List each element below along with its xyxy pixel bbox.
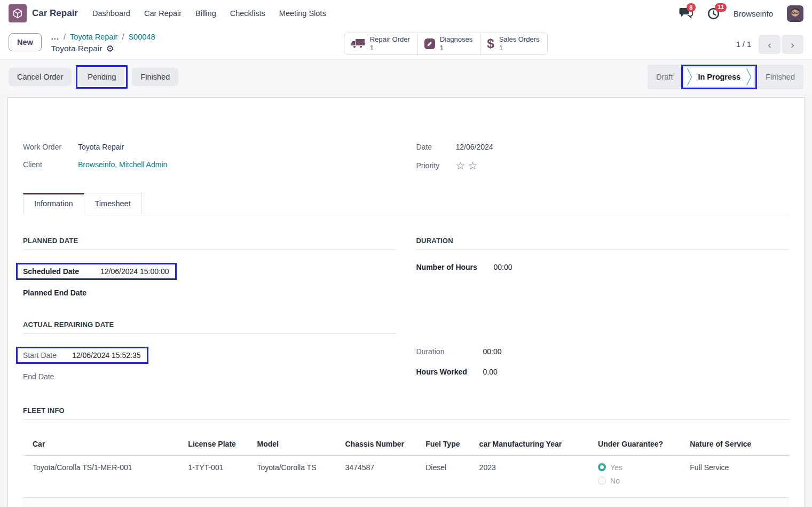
statusbar: Draft In Progress Finished <box>648 65 803 89</box>
breadcrumb-separator: / <box>122 33 124 41</box>
cell-license-plate: 1-TYT-001 <box>184 455 253 497</box>
actual-duration-value[interactable]: 00:00 <box>483 347 502 356</box>
highlight-box-pending: Pending <box>76 65 128 89</box>
client-link[interactable]: Browseinfo, Mitchell Admin <box>78 160 167 169</box>
breadcrumb: ... / Toyota Repair / S00048 <box>51 32 155 41</box>
guarantee-no-radio[interactable]: No <box>598 477 681 485</box>
guarantee-no-label: No <box>610 477 620 485</box>
guarantee-yes-label: Yes <box>610 463 622 472</box>
messages-badge: 8 <box>687 3 696 12</box>
breadcrumb-ellipsis[interactable]: ... <box>51 33 59 41</box>
tab-timesheet[interactable]: Timesheet <box>84 193 142 214</box>
pager-counter: 1 / 1 <box>736 40 751 49</box>
breadcrumb-parent-link[interactable]: Toyota Repair <box>70 33 117 41</box>
hours-worked-value[interactable]: 0.00 <box>483 368 498 376</box>
planned-date-title: PLANNED DATE <box>23 237 396 250</box>
diagnoses-smart-button[interactable]: Diagnoses 1 <box>418 33 480 54</box>
planned-date-section: PLANNED DATE Scheduled Date 12/06/2024 1… <box>23 237 396 309</box>
number-of-hours-label: Number of Hours <box>416 263 494 271</box>
cell-under-guarantee: Yes No <box>594 455 685 497</box>
highlight-box-in-progress: In Progress <box>681 65 757 89</box>
col-nature-of-service[interactable]: Nature of Service <box>685 433 789 456</box>
avatar[interactable] <box>787 5 803 22</box>
menu-checklists[interactable]: Checklists <box>223 2 272 25</box>
radio-unselected-icon <box>598 477 606 485</box>
pencil-icon <box>424 38 435 49</box>
fleet-table: Car License Plate Model Chassis Number F… <box>23 433 789 498</box>
state-finished[interactable]: Finished <box>757 67 803 87</box>
activities-button[interactable]: 11 <box>707 7 720 20</box>
hours-worked-label: Hours Worked <box>416 368 483 376</box>
work-order-label: Work Order <box>23 143 78 151</box>
repair-order-smart-button[interactable]: Repair Order 1 <box>344 33 418 54</box>
fleet-table-row[interactable]: Toyota/Corolla TS/1-MER-001 1-TYT-001 To… <box>23 455 789 497</box>
menu-dashboard[interactable]: Dashboard <box>85 2 137 25</box>
breadcrumb-separator: / <box>64 33 66 41</box>
pending-button[interactable]: Pending <box>79 68 124 86</box>
cell-fuel-type: Diesel <box>421 455 475 497</box>
cancel-order-button[interactable]: Cancel Order <box>9 68 72 86</box>
finished-button[interactable]: Finished <box>132 68 178 86</box>
cell-model: Toyota/Corolla TS <box>253 455 341 497</box>
gear-icon[interactable]: ⚙ <box>106 44 114 53</box>
end-date-label: End Date <box>23 372 72 381</box>
col-manufacturing-year[interactable]: car Manufacturing Year <box>475 433 594 456</box>
smart-button-label: Sales Orders <box>499 35 540 44</box>
highlight-box-start-date: Start Date 12/06/2024 15:52:35 <box>16 347 148 364</box>
priority-label: Priority <box>416 161 456 170</box>
guarantee-yes-radio[interactable]: Yes <box>598 463 681 472</box>
tab-information[interactable]: Information <box>23 193 84 214</box>
radio-selected-icon <box>598 463 606 471</box>
state-in-progress[interactable]: In Progress <box>684 67 754 87</box>
record-title: Toyota Repair <box>51 44 103 53</box>
cell-nature-of-service: Full Service <box>685 455 789 497</box>
activities-badge: 11 <box>715 3 727 12</box>
user-name[interactable]: Browseinfo <box>734 9 773 18</box>
breadcrumb-record-link[interactable]: S00048 <box>128 33 155 41</box>
fleet-info-section: FLEET INFO Car License Plate Model Chass… <box>23 407 789 507</box>
date-label: Date <box>416 143 456 151</box>
menu-meeting-slots[interactable]: Meeting Slots <box>272 2 333 25</box>
col-car[interactable]: Car <box>23 433 184 456</box>
control-panel: New ... / Toyota Repair / S00048 Toyota … <box>0 27 812 59</box>
priority-star-2-icon[interactable]: ☆ <box>468 160 477 171</box>
menu-car-repair[interactable]: Car Repair <box>137 2 188 25</box>
date-value[interactable]: 12/06/2024 <box>456 143 493 151</box>
work-order-value[interactable]: Toyota Repair <box>78 143 124 151</box>
col-license-plate[interactable]: License Plate <box>184 433 253 456</box>
start-date-value[interactable]: 12/06/2024 15:52:35 <box>72 351 140 360</box>
app-logo-icon[interactable] <box>9 4 27 22</box>
pager: 1 / 1 ‹ › <box>736 35 803 54</box>
main-menu: Dashboard Car Repair Billing Checklists … <box>85 2 333 25</box>
priority-star-1-icon[interactable]: ☆ <box>456 160 466 171</box>
duration-section: DURATION Number of Hours 00:00 <box>416 237 790 309</box>
col-fuel-type[interactable]: Fuel Type <box>421 433 475 456</box>
pager-previous-button[interactable]: ‹ <box>759 35 781 54</box>
chevron-left-edge-icon <box>687 67 692 87</box>
sales-orders-smart-button[interactable]: $ Sales Orders 1 <box>480 33 547 54</box>
messages-button[interactable]: 8 <box>679 7 693 19</box>
new-button[interactable]: New <box>9 33 42 51</box>
col-under-guarantee[interactable]: Under Guarantee? <box>594 433 685 456</box>
fleet-table-footer[interactable] <box>23 498 789 507</box>
fleet-table-header: Car License Plate Model Chassis Number F… <box>23 433 789 456</box>
app-title[interactable]: Car Repair <box>32 8 78 19</box>
smart-button-count: 1 <box>440 44 472 52</box>
actual-repairing-section: ACTUAL REPAIRING DATE Start Date 12/06/2… <box>23 321 396 393</box>
top-navbar: Car Repair Dashboard Car Repair Billing … <box>0 0 812 27</box>
cube-icon <box>12 7 23 19</box>
state-in-progress-label: In Progress <box>692 68 746 86</box>
avatar-image <box>787 5 803 22</box>
menu-billing[interactable]: Billing <box>188 2 223 25</box>
cell-chassis-number: 3474587 <box>341 455 422 497</box>
number-of-hours-value[interactable]: 00:00 <box>494 263 513 271</box>
highlight-box-scheduled-date: Scheduled Date 12/06/2024 15:00:00 <box>16 263 177 280</box>
state-draft[interactable]: Draft <box>648 67 681 87</box>
smart-button-label: Repair Order <box>370 35 410 44</box>
col-model[interactable]: Model <box>253 433 341 456</box>
col-chassis-number[interactable]: Chassis Number <box>341 433 422 456</box>
scheduled-date-value[interactable]: 12/06/2024 15:00:00 <box>100 267 169 276</box>
pager-next-button[interactable]: › <box>782 35 803 54</box>
status-strip: Cancel Order Pending Finished Draft In P… <box>0 59 812 94</box>
cell-manufacturing-year: 2023 <box>475 455 594 497</box>
